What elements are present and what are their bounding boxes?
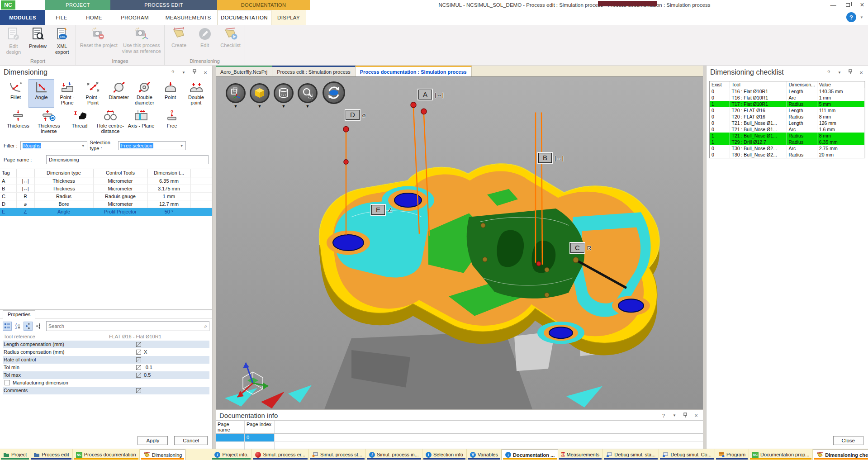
render-mode-button[interactable] <box>250 83 270 103</box>
properties-tab[interactable]: Properties <box>3 310 35 318</box>
col-dimension-type[interactable]: Dimension type <box>34 169 93 177</box>
panel-pin-icon[interactable] <box>682 413 688 419</box>
taskbar-item-simul-process-info[interactable]: i Simul. process in... <box>366 449 422 460</box>
manufacturing-dimension-checkbox[interactable] <box>5 380 10 385</box>
property-row-tool-reference[interactable]: Tool referenceFLAT Ø16 - Flat Ø10R1 <box>3 333 209 341</box>
tool-thickness-inverse[interactable]: Thickness inverse <box>33 108 64 136</box>
taskbar-item-project-info[interactable]: i Project info. <box>211 449 252 460</box>
marker-C[interactable]: C R <box>570 243 591 253</box>
filter-combobox[interactable]: Roughs▼ <box>20 141 87 150</box>
marker-E[interactable]: E ∠ <box>371 205 393 215</box>
col-tool[interactable]: Tool <box>730 81 787 88</box>
tool-thickness[interactable]: Thickness <box>3 108 33 136</box>
render-mode-dropdown[interactable]: ▼ <box>255 104 264 109</box>
tab-home[interactable]: HOME <box>78 10 110 25</box>
tool-free[interactable]: ? Free <box>157 108 187 136</box>
expand-rows-icon[interactable] <box>24 322 33 331</box>
tool-point[interactable]: Point <box>157 79 183 108</box>
table-row-D[interactable]: D⌀ BoreMicrometer12.7 mm <box>0 200 212 208</box>
col-tag[interactable]: Tag <box>0 169 16 177</box>
checklist-row[interactable]: 0T30 : Bull_Nose Ø2...Arc2.75 mm <box>710 145 865 152</box>
taskbar-item-dimensioning[interactable]: Dimensioning <box>140 449 186 460</box>
edit-design-button[interactable]: Edit design <box>2 26 25 58</box>
zoom-tool-button[interactable] <box>298 83 318 103</box>
table-row-C[interactable]: CR RadiusRaduis gauge1 mm <box>0 193 212 200</box>
tool-diameter[interactable]: Diameter <box>106 79 132 108</box>
formula-icon[interactable] <box>136 373 141 378</box>
zoom-tool-dropdown[interactable]: ▼ <box>303 104 312 109</box>
checklist-row[interactable]: 0T20 : FLAT Ø16Radius8 mm <box>710 114 865 120</box>
taskbar-item-simul-process-status[interactable]: Simul. process st... <box>309 449 366 460</box>
formula-icon[interactable] <box>136 342 141 347</box>
taskbar-item-selection-info[interactable]: i Selection info <box>422 449 467 460</box>
col-control-tools[interactable]: Control Tools <box>93 169 147 177</box>
property-row-radius-compensation[interactable]: Radius compensation (mm)X <box>3 348 209 356</box>
property-row-manufacturing-dimension[interactable]: Manufacturing dimension <box>3 379 209 387</box>
panel-menu-icon[interactable]: ▼ <box>671 413 678 417</box>
taskbar-item-process-documentation[interactable]: NC Process documentation <box>73 449 140 460</box>
taskbar-item-variables[interactable]: V Variables <box>467 449 502 460</box>
property-row-comments[interactable]: Comments <box>3 387 209 394</box>
edit-dimension-button[interactable]: Edit <box>192 26 217 58</box>
taskbar-item-program[interactable]: Program <box>715 449 749 460</box>
reset-project-button[interactable]: Reset the project <box>78 26 120 58</box>
tab-display[interactable]: DISPLAY <box>271 10 306 25</box>
alphabetical-sort-icon[interactable]: AZ <box>13 322 22 331</box>
checklist-row[interactable]: 0T21 : Bull_Nose Ø1...Length126 mm <box>710 120 865 126</box>
taskbar-item-documentation-properties[interactable]: NC Documentation prop... <box>749 449 813 460</box>
refresh-view-button[interactable] <box>323 81 345 104</box>
checklist-button[interactable]: Checklist <box>218 26 243 58</box>
panel-menu-icon[interactable]: ▼ <box>836 71 843 75</box>
checklist-row[interactable]: 0T16 : Flat Ø10R1Length140.35 mm <box>710 88 865 95</box>
marker-B[interactable]: B |↔| <box>538 153 564 163</box>
page-name-input[interactable] <box>46 155 209 164</box>
tab-measurements[interactable]: MEASUREMENTS <box>159 10 217 25</box>
close-icon[interactable]: × <box>858 1 866 9</box>
property-search-box[interactable]: ⌕ <box>46 321 209 331</box>
marker-D[interactable]: D ⌀ <box>346 110 366 120</box>
property-row-tol-max[interactable]: Tol max0.5 <box>3 371 209 379</box>
tool-axis-plane[interactable]: Axis - Plane <box>126 108 157 136</box>
panel-splitter[interactable] <box>703 66 706 449</box>
panel-close-icon[interactable]: × <box>202 69 209 76</box>
table-row-B[interactable]: B|↔| ThicknessMicrometer3.175 mm <box>0 185 212 193</box>
property-row-tol-min[interactable]: Tol min-0.1 <box>3 364 209 371</box>
tab-project-file[interactable]: Aero_Buterffly.NcsPrj <box>216 66 272 76</box>
chevron-down-icon[interactable]: ▼ <box>180 144 184 148</box>
panel-pin-icon[interactable] <box>847 69 854 76</box>
marker-A[interactable]: A |↔| <box>418 90 444 100</box>
taskbar-item-dimensioning-checklist[interactable]: Dimensioning checkl... <box>813 449 868 460</box>
panel-pin-icon[interactable] <box>191 69 198 76</box>
panel-menu-icon[interactable]: ▼ <box>180 71 187 75</box>
taskbar-item-measurements[interactable]: Ɪ Measurements <box>558 449 603 460</box>
tab-file[interactable]: FILE <box>45 10 78 25</box>
taskbar-item-documentation[interactable]: i Documentation ... <box>502 449 558 460</box>
taskbar-item-simul-process-errors[interactable]: Simul. process er... <box>252 449 309 460</box>
panel-splitter[interactable] <box>213 66 216 449</box>
table-row-A[interactable]: A|↔| ThicknessMicrometer6.35 mm <box>0 177 212 185</box>
search-input[interactable] <box>48 323 204 329</box>
col-value[interactable]: Value <box>817 81 864 88</box>
minimize-icon[interactable]: — <box>829 1 837 9</box>
col-page-index[interactable]: Page index <box>245 421 275 433</box>
property-row-rate-of-control[interactable]: Rate of control <box>3 356 209 364</box>
apply-button[interactable]: Apply <box>138 436 168 445</box>
taskbar-item-process-edit[interactable]: Process edit <box>30 449 73 460</box>
selection-type-combobox[interactable]: Free selection▼ <box>118 141 186 150</box>
stock-display-button[interactable] <box>274 83 294 103</box>
panel-close-icon[interactable]: × <box>693 412 699 419</box>
contextual-group-project[interactable]: PROJECT <box>45 0 110 10</box>
tool-thread[interactable]: Thread <box>64 108 95 136</box>
tool-hole-centre-distance[interactable]: Hole centre-distance <box>95 108 126 136</box>
col-dimension[interactable]: Dimension... <box>787 81 817 88</box>
tool-point-plane[interactable]: Point - Plane <box>54 79 80 108</box>
col-icon[interactable] <box>16 169 34 177</box>
help-icon[interactable]: ? <box>846 12 856 22</box>
panel-close-icon[interactable]: × <box>858 69 864 76</box>
checklist-row[interactable]: 0T20 : FLAT Ø16Length111 mm <box>710 107 865 114</box>
3d-viewport[interactable]: ▼ ▼ ▼ ▼ A |↔| <box>216 76 703 409</box>
categorized-view-icon[interactable] <box>3 322 12 331</box>
page-row-selected[interactable]: 0 <box>216 434 703 442</box>
cancel-button[interactable]: Cancel <box>174 436 208 445</box>
collapse-rows-icon[interactable] <box>34 322 43 331</box>
